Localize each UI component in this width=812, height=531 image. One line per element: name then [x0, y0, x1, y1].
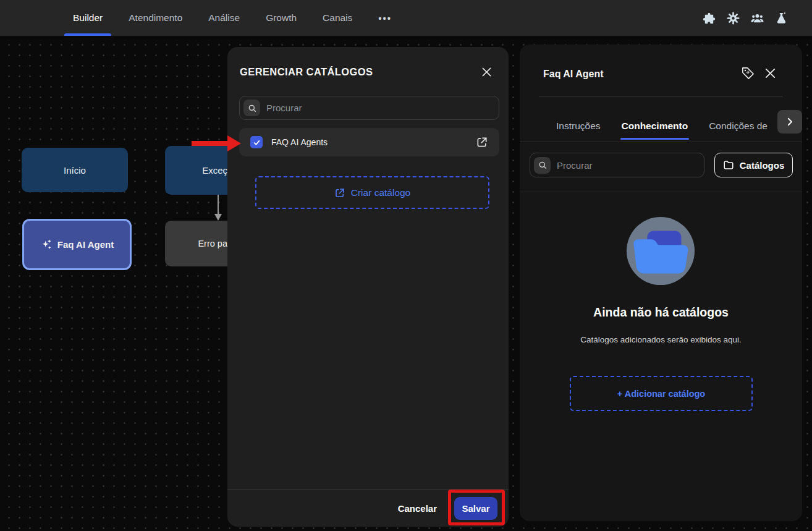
nav-tab-analise[interactable]: Análise	[208, 0, 240, 36]
modal-search-box	[239, 96, 499, 120]
tab-label: Instruções	[556, 121, 601, 132]
tag-icon[interactable]	[741, 66, 755, 80]
catalog-checkbox-checked[interactable]	[250, 136, 263, 148]
team-icon[interactable]	[750, 11, 764, 25]
app-root: Builder Atendimento Análise Growth Canai…	[0, 0, 812, 531]
panel-search-box	[530, 153, 704, 177]
active-tab-underline	[620, 138, 690, 140]
nav-tab-label: Canais	[323, 12, 352, 23]
agent-detail-panel: Faq AI Agent Instruções Conhecimento Con…	[520, 45, 802, 521]
create-catalog-label: Criar catálogo	[351, 187, 411, 198]
more-menu-button[interactable]: •••	[378, 13, 392, 23]
flow-node-inicio[interactable]: Início	[22, 148, 128, 192]
extensions-icon[interactable]	[702, 11, 716, 25]
nav-tab-label: Análise	[208, 12, 240, 23]
node-label: Exceç	[202, 165, 227, 176]
modal-footer: Cancelar Salvar	[227, 489, 509, 527]
chevron-right-icon[interactable]	[777, 110, 802, 134]
modal-search-input[interactable]	[260, 103, 499, 113]
external-link-icon	[334, 187, 345, 198]
empty-state-subtitle: Catálogos adicionados serão exibidos aqu…	[520, 335, 802, 344]
panel-title: Faq AI Agent	[543, 69, 603, 80]
catalog-item-label: FAQ AI Agents	[271, 137, 328, 147]
empty-state-title: Ainda não há catálogos	[520, 305, 802, 320]
nav-tab-builder[interactable]: Builder	[73, 0, 103, 36]
search-icon	[534, 157, 551, 174]
sparkles-icon	[40, 239, 53, 251]
save-button[interactable]: Salvar	[454, 497, 497, 520]
catalog-list-item[interactable]: FAQ AI Agents	[239, 128, 499, 156]
node-label: Início	[64, 165, 86, 176]
panel-header-icons	[741, 66, 777, 80]
cancel-button[interactable]: Cancelar	[398, 503, 437, 514]
catalogs-button-label: Catálogos	[740, 160, 785, 171]
close-icon[interactable]	[480, 66, 493, 79]
panel-tab-bar: Instruções Conhecimento Condições de	[556, 110, 768, 142]
nav-tab-bar: Builder Atendimento Análise Growth Canai…	[73, 0, 392, 36]
tab-label: Condições de	[709, 121, 768, 132]
tab-instrucoes[interactable]: Instruções	[556, 110, 601, 142]
panel-search-input[interactable]	[551, 160, 704, 171]
divider	[520, 142, 802, 142]
nav-tab-label: Growth	[266, 12, 297, 23]
empty-folder-illustration	[624, 216, 697, 290]
search-icon	[243, 100, 260, 116]
top-nav: Builder Atendimento Análise Growth Canai…	[0, 0, 812, 36]
divider	[520, 192, 802, 192]
nav-tab-growth[interactable]: Growth	[266, 0, 297, 36]
tab-label: Conhecimento	[622, 121, 688, 132]
manage-catalogs-modal: GERENCIAR CATÁLOGOS FAQ AI Agents Criar …	[227, 47, 509, 527]
create-catalog-button[interactable]: Criar catálogo	[255, 176, 489, 209]
nav-tab-label: Builder	[73, 12, 103, 23]
tab-condicoes[interactable]: Condições de	[709, 110, 768, 142]
catalogs-button[interactable]: Catálogos	[714, 153, 793, 177]
nav-action-icons	[702, 0, 789, 36]
tab-conhecimento[interactable]: Conhecimento	[622, 110, 688, 142]
flow-node-excecao[interactable]: Exceç	[165, 146, 227, 195]
nav-tab-canais[interactable]: Canais	[323, 0, 352, 36]
folder-icon	[723, 159, 734, 171]
add-catalog-button[interactable]: + Adicionar catálogo	[570, 376, 753, 411]
flow-node-erro[interactable]: Erro pa	[165, 221, 227, 266]
settings-icon[interactable]	[726, 11, 740, 25]
active-tab-underline	[64, 33, 111, 36]
nav-tab-label: Atendimento	[129, 12, 182, 23]
external-link-icon[interactable]	[476, 136, 488, 148]
divider	[539, 96, 783, 96]
node-label: Erro pa	[198, 239, 227, 249]
close-icon[interactable]	[763, 66, 777, 80]
flow-node-faq-ai-agent[interactable]: Faq AI Agent	[22, 219, 132, 270]
lab-icon[interactable]	[774, 11, 789, 25]
modal-title: GERENCIAR CATÁLOGOS	[240, 66, 373, 78]
nav-tab-atendimento[interactable]: Atendimento	[129, 0, 182, 36]
node-label: Faq AI Agent	[57, 239, 114, 250]
flow-connector-arrow	[213, 195, 224, 221]
